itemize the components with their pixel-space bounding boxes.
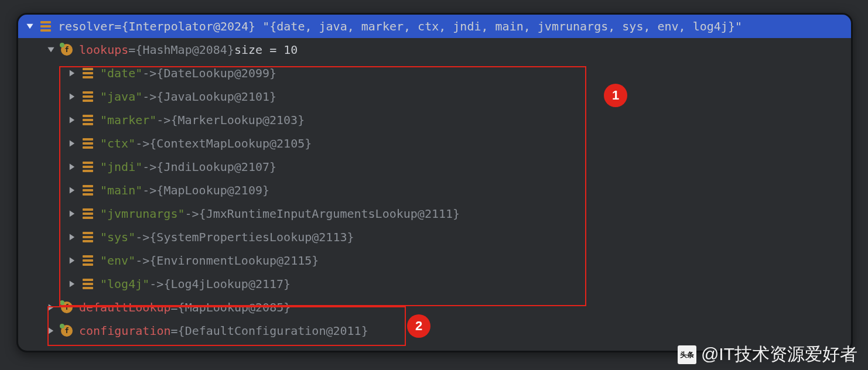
collapse-arrow-icon[interactable] [44, 324, 58, 338]
tree-row-entry[interactable]: "jvmrunargs" -> {JmxRuntimeInputArgument… [18, 202, 851, 225]
equals-text: = [128, 43, 135, 57]
arrow-text: -> [156, 113, 170, 127]
var-value-text: "{date, java, marker, ctx, jndi, main, j… [262, 19, 742, 33]
entry-value: {JmxRuntimeInputArgumentsLookup@2111} [199, 207, 460, 221]
tree-row-entry[interactable]: "sys" -> {SystemPropertiesLookup@2113} [18, 225, 851, 249]
entry-value: {DateLookup@2099} [156, 66, 276, 80]
collapse-arrow-icon[interactable] [44, 300, 58, 314]
entry-key: "marker" [100, 113, 156, 127]
size-text: size = 10 [234, 43, 298, 57]
field-icon: f [60, 44, 73, 56]
collapse-arrow-icon[interactable] [65, 66, 79, 80]
entry-key: "log4j" [100, 277, 149, 291]
collapse-arrow-icon[interactable] [65, 253, 79, 268]
watermark-text: @IT技术资源爱好者 [701, 342, 857, 366]
tree-row-entry[interactable]: "date" -> {DateLookup@2099} [18, 61, 851, 85]
arrow-text: -> [135, 230, 149, 244]
entry-value: {MapLookup@2109} [156, 183, 269, 197]
annotation-badge-2: 2 [407, 314, 430, 338]
object-icon [81, 278, 94, 290]
entry-key: "date" [100, 66, 142, 80]
entry-value: {SystemPropertiesLookup@2113} [149, 230, 354, 244]
collapse-arrow-icon[interactable] [65, 230, 79, 244]
collapse-arrow-icon[interactable] [65, 160, 79, 174]
field-icon: f [60, 302, 73, 313]
entry-value: {JavaLookup@2101} [156, 90, 276, 104]
expand-arrow-icon[interactable] [44, 43, 58, 57]
tree-row-entry[interactable]: "marker" -> {MarkerLookup@2103} [18, 108, 851, 132]
collapse-arrow-icon[interactable] [65, 113, 79, 127]
entry-key: "ctx" [100, 136, 135, 150]
collapse-arrow-icon[interactable] [65, 183, 79, 197]
tree-row-field[interactable]: fconfiguration = {DefaultConfiguration@2… [18, 319, 851, 342]
collapse-arrow-icon[interactable] [65, 277, 79, 291]
entry-value: {Log4jLookup@2117} [163, 277, 291, 291]
tree-row-entry[interactable]: "main" -> {MapLookup@2109} [18, 179, 851, 202]
var-type: {HashMap@2084} [135, 43, 234, 57]
expand-arrow-icon[interactable] [23, 19, 37, 33]
entry-key: "jvmrunargs" [100, 207, 185, 221]
var-name: lookups [79, 43, 128, 57]
entry-key: "main" [100, 183, 142, 197]
entry-value: {EnvironmentLookup@2115} [149, 253, 319, 268]
arrow-text: -> [142, 66, 156, 80]
object-icon [81, 231, 94, 243]
entry-key: "env" [100, 253, 135, 268]
entry-key: "java" [100, 90, 142, 104]
object-icon [81, 184, 94, 196]
lookups-entries: "date" -> {DateLookup@2099}"java" -> {Ja… [18, 61, 851, 296]
entry-key: "jndi" [100, 160, 142, 174]
tree-row-entry[interactable]: "log4j" -> {Log4jLookup@2117} [18, 272, 851, 296]
var-name: resolver [58, 19, 114, 33]
var-value: {MapLookup@2085} [178, 300, 291, 314]
object-icon [39, 20, 52, 32]
entry-value: {JndiLookup@2107} [156, 160, 276, 174]
arrow-text: -> [142, 90, 156, 104]
tree-row-field[interactable]: fdefaultLookup = {MapLookup@2085} [18, 296, 851, 319]
entry-value: {MarkerLookup@2103} [170, 113, 305, 127]
object-icon [81, 255, 94, 266]
object-icon [81, 161, 94, 173]
watermark-logo-icon: 头条 [678, 345, 696, 364]
tree-row-lookups[interactable]: f lookups = {HashMap@2084} size = 10 [18, 38, 851, 61]
object-icon [81, 91, 94, 102]
equals-text: = [171, 324, 178, 338]
entry-key: "sys" [100, 230, 135, 244]
object-icon [81, 67, 94, 79]
object-icon [81, 138, 94, 149]
arrow-text: -> [135, 253, 149, 268]
var-value: {DefaultConfiguration@2011} [178, 324, 368, 338]
collapse-arrow-icon[interactable] [65, 90, 79, 104]
watermark: 头条 @IT技术资源爱好者 [678, 342, 857, 366]
collapse-arrow-icon[interactable] [65, 207, 79, 221]
equals-text: = [171, 300, 178, 314]
var-name: defaultLookup [79, 300, 171, 314]
tree-row-resolver[interactable]: resolver = {Interpolator@2024} "{date, j… [18, 15, 851, 38]
debugger-variables-panel: resolver = {Interpolator@2024} "{date, j… [16, 13, 853, 352]
tree-row-entry[interactable]: "env" -> {EnvironmentLookup@2115} [18, 249, 851, 272]
arrow-text: -> [142, 160, 156, 174]
collapse-arrow-icon[interactable] [65, 136, 79, 150]
arrow-text: -> [149, 277, 163, 291]
var-type: {Interpolator@2024} [121, 19, 255, 33]
var-value [255, 19, 262, 33]
arrow-text: -> [135, 136, 149, 150]
entry-value: {ContextMapLookup@2105} [149, 136, 312, 150]
object-icon [81, 114, 94, 126]
var-name: configuration [79, 324, 171, 338]
tree-row-entry[interactable]: "java" -> {JavaLookup@2101} [18, 85, 851, 108]
tree-row-entry[interactable]: "ctx" -> {ContextMapLookup@2105} [18, 132, 851, 155]
tree-row-entry[interactable]: "jndi" -> {JndiLookup@2107} [18, 155, 851, 179]
arrow-text: -> [142, 183, 156, 197]
arrow-text: -> [185, 207, 199, 221]
object-icon [81, 208, 94, 220]
field-icon: f [60, 325, 73, 337]
annotation-badge-1: 1 [604, 84, 627, 107]
sibling-fields: fdefaultLookup = {MapLookup@2085}fconfig… [18, 296, 851, 342]
equals-text: = [114, 19, 121, 33]
